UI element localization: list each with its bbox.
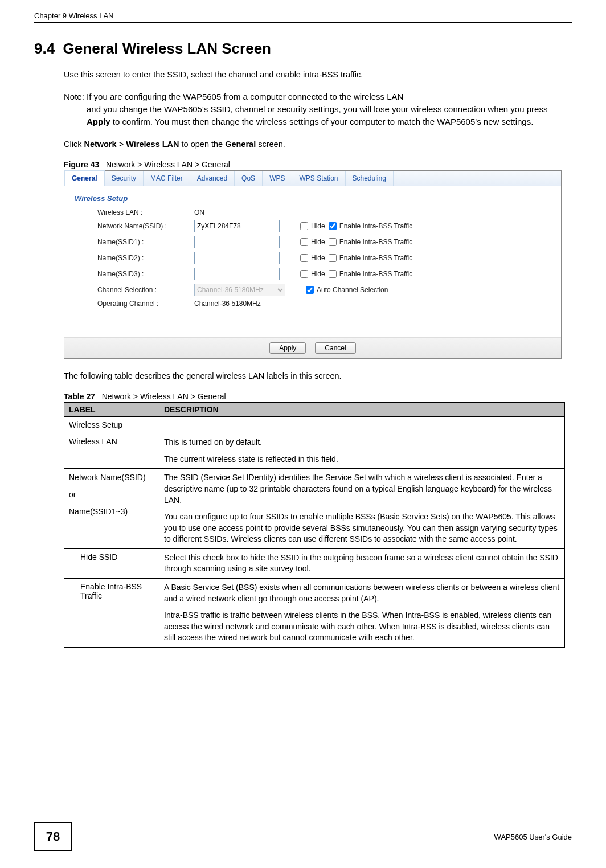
tab-scheduling[interactable]: Scheduling [346, 171, 394, 186]
note-first-line: If you are configuring the WAP5605 from … [87, 92, 403, 101]
tab-general[interactable]: General [64, 170, 105, 186]
guide-name: WAP5605 User's Guide [494, 833, 572, 841]
tab-wps-station[interactable]: WPS Station [292, 171, 345, 186]
select-channel[interactable]: Channel-36 5180MHz [194, 284, 285, 296]
input-ssid3[interactable] [194, 268, 280, 280]
description-table: LABEL DESCRIPTION Wireless Setup Wireles… [64, 402, 565, 648]
input-ssid1[interactable] [194, 236, 280, 248]
cancel-button[interactable]: Cancel [315, 342, 355, 354]
panel-title: Wireless Setup [75, 194, 551, 203]
cell-intra-bss-label: Enable Intra-BSS Traffic [64, 579, 159, 648]
label-operating-channel: Operating Channel : [97, 300, 194, 308]
th-label: LABEL [64, 403, 159, 417]
chapter-header: Chapter 9 Wireless LAN [34, 11, 572, 23]
figure-caption-text: Network > Wireless LAN > General [106, 160, 230, 169]
checkbox-hide-ssid[interactable] [300, 222, 308, 230]
figure-caption: Figure 43 Network > Wireless LAN > Gener… [64, 160, 572, 169]
label-ssid1: Name(SSID1) : [97, 238, 194, 246]
label-hide-3: Hide [311, 270, 325, 278]
cell-wlan-label: Wireless LAN [64, 433, 159, 469]
row-ssid2: Name(SSID2) : Hide Enable Intra-BSS Traf… [97, 252, 551, 264]
label-intra-1: Enable Intra-BSS Traffic [339, 238, 413, 246]
checkbox-auto-channel[interactable] [306, 286, 314, 294]
label-wlan: Wireless LAN : [97, 208, 194, 216]
table-label: Table 27 [64, 392, 95, 401]
click-line: Click Network > Wireless LAN to open the… [64, 138, 572, 150]
value-operating-channel: Channel-36 5180MHz [194, 300, 297, 308]
cell-hide-ssid-desc: Select this check box to hide the SSID i… [159, 548, 565, 578]
row-ssid1: Name(SSID1) : Hide Enable Intra-BSS Traf… [97, 236, 551, 248]
row-channel-selection: Channel Selection : Channel-36 5180MHz A… [97, 284, 551, 296]
section-heading: 9.4 General Wireless LAN Screen [34, 40, 572, 58]
cell-ssid-label: Network Name(SSID) or Name(SSID1~3) [64, 469, 159, 549]
label-hide: Hide [311, 222, 325, 230]
table-row: Wireless Setup [64, 417, 565, 433]
checkbox-hide-ssid3[interactable] [300, 270, 308, 278]
figure-screenshot: General Security MAC Filter Advanced QoS… [64, 170, 562, 359]
table-row: Enable Intra-BSS Traffic A Basic Service… [64, 579, 565, 648]
tab-advanced[interactable]: Advanced [190, 171, 235, 186]
tab-mac-filter[interactable]: MAC Filter [144, 171, 190, 186]
intro-paragraph: Use this screen to enter the SSID, selec… [64, 69, 572, 80]
figure-label: Figure 43 [64, 160, 99, 169]
checkbox-hide-ssid1[interactable] [300, 238, 308, 246]
page-footer: 78 WAP5605 User's Guide [0, 822, 606, 851]
table-row: Hide SSID Select this check box to hide … [64, 548, 565, 578]
checkbox-intra-bss-ssid1[interactable] [329, 238, 337, 246]
note-body-pre: and you change the WAP5605's SSID, chann… [87, 104, 547, 114]
cell-hide-ssid-label: Hide SSID [64, 548, 159, 578]
checkbox-intra-bss-ssid3[interactable] [329, 270, 337, 278]
row-ssid: Network Name(SSID) : Hide Enable Intra-B… [97, 220, 551, 232]
label-ssid: Network Name(SSID) : [97, 222, 194, 230]
cell-wireless-setup: Wireless Setup [64, 417, 565, 433]
cell-wlan-desc: This is turned on by default. The curren… [159, 433, 565, 469]
table-intro: The following table describes the genera… [64, 370, 572, 382]
label-hide-2: Hide [311, 254, 325, 262]
checkbox-intra-bss-ssid2[interactable] [329, 254, 337, 262]
section-number: 9.4 [34, 40, 55, 57]
tab-security[interactable]: Security [105, 171, 144, 186]
tab-wps[interactable]: WPS [263, 171, 292, 186]
input-ssid[interactable] [194, 220, 280, 232]
row-ssid3: Name(SSID3) : Hide Enable Intra-BSS Traf… [97, 268, 551, 280]
label-channel-selection: Channel Selection : [97, 286, 194, 294]
label-auto-channel: Auto Channel Selection [317, 286, 388, 294]
value-wlan: ON [194, 208, 297, 216]
button-bar: Apply Cancel [64, 337, 561, 358]
label-intra-3: Enable Intra-BSS Traffic [339, 270, 413, 278]
label-intra-2: Enable Intra-BSS Traffic [339, 254, 413, 262]
cell-intra-bss-desc: A Basic Service Set (BSS) exists when al… [159, 579, 565, 648]
table-caption-text: Network > Wireless LAN > General [102, 392, 226, 401]
cell-ssid-desc: The SSID (Service Set IDentity) identifi… [159, 469, 565, 549]
page-number: 78 [34, 822, 72, 851]
checkbox-hide-ssid2[interactable] [300, 254, 308, 262]
note-bold-apply: Apply [87, 117, 110, 126]
apply-button[interactable]: Apply [269, 342, 306, 354]
note-paragraph: Note: If you are configuring the WAP5605… [64, 91, 572, 128]
tab-qos[interactable]: QoS [235, 171, 263, 186]
row-wlan: Wireless LAN : ON [97, 208, 551, 216]
label-ssid3: Name(SSID3) : [97, 270, 194, 278]
label-intra: Enable Intra-BSS Traffic [339, 222, 413, 230]
checkbox-intra-bss-ssid[interactable] [329, 222, 337, 230]
table-caption: Table 27 Network > Wireless LAN > Genera… [64, 392, 572, 401]
label-ssid2: Name(SSID2) : [97, 254, 194, 262]
section-title: General Wireless LAN Screen [63, 40, 271, 57]
note-body-post: to confirm. You must then change the wir… [110, 117, 534, 126]
row-operating-channel: Operating Channel : Channel-36 5180MHz [97, 300, 551, 308]
table-row: Wireless LAN This is turned on by defaul… [64, 433, 565, 469]
th-description: DESCRIPTION [159, 403, 565, 417]
table-row: Network Name(SSID) or Name(SSID1~3) The … [64, 469, 565, 549]
label-hide-1: Hide [311, 238, 325, 246]
note-prefix: Note: [64, 92, 87, 101]
tab-bar: General Security MAC Filter Advanced QoS… [64, 171, 561, 186]
input-ssid2[interactable] [194, 252, 280, 264]
table-header-row: LABEL DESCRIPTION [64, 403, 565, 417]
